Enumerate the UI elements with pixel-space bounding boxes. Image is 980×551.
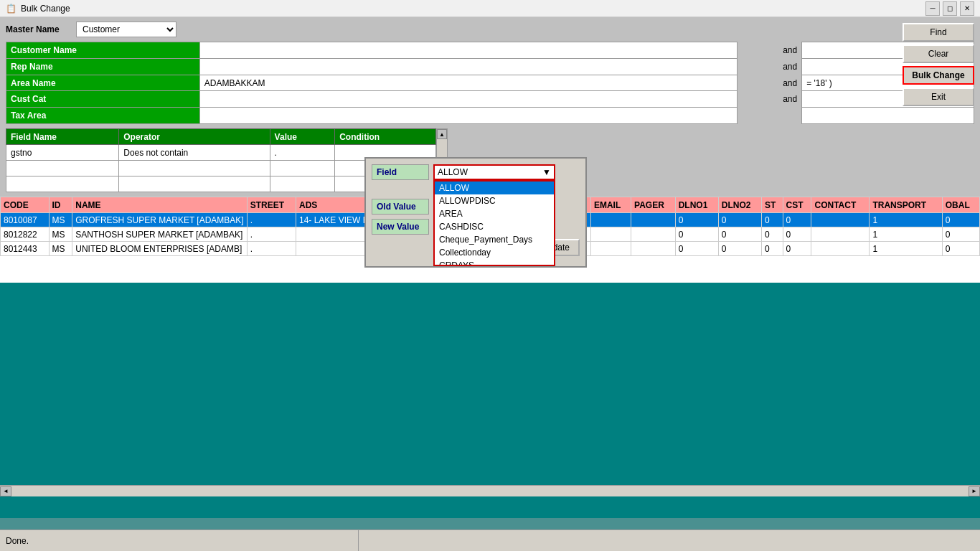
- tax-area-value[interactable]: [199, 108, 737, 124]
- col-code: CODE: [1, 197, 50, 213]
- cell-pager: [631, 242, 676, 256]
- condition-header-row: Field Name Operator Value Condition: [6, 129, 436, 145]
- cell-obal: 0: [942, 213, 979, 227]
- scroll-left-btn[interactable]: ◄: [0, 486, 11, 496]
- empty-field-cell-2: [6, 176, 119, 192]
- cell-name: SANTHOSH SUPER MARKET [ADAMBAK]: [72, 227, 248, 242]
- rep-name-input[interactable]: [204, 60, 732, 73]
- bulk-change-button[interactable]: Bulk Change: [903, 66, 974, 85]
- master-name-dropdown[interactable]: Customer: [76, 22, 176, 37]
- col-email: EMAIL: [590, 197, 631, 213]
- col-contact: CONTACT: [811, 197, 870, 213]
- app-icon: 📋: [6, 4, 17, 14]
- dropdown-option-collectionday[interactable]: Collectionday: [435, 246, 554, 259]
- popup-field-row: Field ALLOW ▼ ALLOW ALLOWPDISC AREA CASH…: [372, 164, 580, 180]
- title-bar-title: Bulk Change: [21, 4, 70, 14]
- cell-id: MS: [49, 242, 72, 256]
- dropdown-option-area[interactable]: AREA: [435, 207, 554, 220]
- cust-cat-input[interactable]: [204, 93, 732, 105]
- cell-dlno1: 0: [675, 242, 718, 256]
- cell-name: GROFRESH SUPER MARKET [ADAMBAK]: [72, 213, 248, 227]
- customer-and-cell: and: [738, 42, 802, 59]
- cell-code: 8012443: [1, 242, 50, 256]
- title-bar-controls: ─ ◻ ✕: [925, 1, 974, 16]
- status-right: [359, 530, 980, 551]
- customer-name-value[interactable]: [199, 42, 737, 59]
- find-button[interactable]: Find: [903, 23, 974, 42]
- customer-name-label: Customer Name: [6, 42, 200, 59]
- dropdown-option-allow[interactable]: ALLOW: [435, 182, 554, 194]
- cell-st: 0: [762, 213, 783, 227]
- horizontal-scrollbar[interactable]: ◄ ►: [0, 485, 980, 496]
- cell-email: [590, 227, 631, 242]
- taxarea-and-cell: [738, 108, 802, 124]
- cell-cst: 0: [783, 213, 811, 227]
- close-button[interactable]: ✕: [960, 1, 974, 16]
- filter-row-taxarea: Tax Area: [6, 108, 974, 124]
- cell-dlno2: 0: [718, 213, 761, 227]
- scroll-right-btn[interactable]: ►: [969, 486, 980, 496]
- custcat-and-cell: and: [738, 91, 802, 108]
- cell-name: UNITED BLOOM ENTERPRISES [ADAMB]: [72, 242, 248, 256]
- dropdown-option-cheque[interactable]: Cheque_Payment_Days: [435, 233, 554, 246]
- cust-cat-value[interactable]: [199, 91, 737, 108]
- scroll-up-btn[interactable]: ▲: [437, 129, 447, 139]
- scroll-track: [11, 486, 969, 496]
- cell-contact: [811, 227, 870, 242]
- col-transport: TRANSPORT: [870, 197, 942, 213]
- area-name-label: Area Name: [6, 75, 200, 91]
- operator-cell: Does not contain: [119, 145, 270, 161]
- cell-street: .: [247, 227, 296, 242]
- cell-street: .: [247, 213, 296, 227]
- tax-area-input[interactable]: [204, 109, 732, 122]
- cell-cst: 0: [783, 227, 811, 242]
- cell-st: 0: [762, 227, 783, 242]
- cell-dlno2: 0: [718, 227, 761, 242]
- filter-row-rep: Rep Name and: [6, 59, 974, 75]
- empty-value-cell: [270, 161, 335, 176]
- field-dropdown[interactable]: ALLOW ▼: [433, 164, 555, 180]
- cell-transport: 1: [870, 213, 942, 227]
- dropdown-option-cashdisc[interactable]: CASHDISC: [435, 220, 554, 233]
- dropdown-option-crdays[interactable]: CRDAYS: [435, 259, 554, 266]
- filter-row-area: Area Name ADAMBAKKAM and = '18' ): [6, 75, 974, 91]
- master-name-row: Master Name Customer: [6, 22, 974, 37]
- empty-field-cell: [6, 161, 119, 176]
- exit-button[interactable]: Exit: [903, 88, 974, 106]
- cell-transport: 1: [870, 227, 942, 242]
- cell-email: [590, 213, 631, 227]
- cust-cat-label: Cust Cat: [6, 91, 200, 108]
- rep-name-value[interactable]: [199, 59, 737, 75]
- restore-button[interactable]: ◻: [943, 1, 957, 16]
- content-area: Master Name Customer Customer Name and: [0, 17, 980, 518]
- cell-transport: 1: [870, 242, 942, 256]
- value-cell: .: [270, 145, 335, 161]
- field-dropdown-list[interactable]: ALLOW ALLOWPDISC AREA CASHDISC Cheque_Pa…: [433, 180, 555, 266]
- status-text: Done.: [0, 530, 359, 551]
- status-bar: Done.: [0, 529, 980, 551]
- cell-code: 8010087: [1, 213, 50, 227]
- cell-id: MS: [49, 227, 72, 242]
- field-name-header: Field Name: [6, 129, 119, 145]
- dropdown-option-allowpdisc[interactable]: ALLOWPDISC: [435, 194, 554, 207]
- clear-button[interactable]: Clear: [903, 44, 974, 63]
- cell-cst: 0: [783, 242, 811, 256]
- filter-table: Customer Name and Rep Name and A: [6, 42, 974, 124]
- customer-name-input[interactable]: [204, 44, 732, 57]
- cell-dlno2: 0: [718, 242, 761, 256]
- empty-operator-cell: [119, 161, 270, 176]
- empty-operator-cell-2: [119, 176, 270, 192]
- bulk-change-popup: Field ALLOW ▼ ALLOW ALLOWPDISC AREA CASH…: [364, 157, 587, 268]
- rep-name-label: Rep Name: [6, 59, 200, 75]
- rep-and-cell: and: [738, 59, 802, 75]
- cell-code: 8012822: [1, 227, 50, 242]
- cell-id: MS: [49, 213, 72, 227]
- operator-header: Operator: [119, 129, 270, 145]
- cell-pager: [631, 227, 676, 242]
- cell-contact: [811, 242, 870, 256]
- filter-row-custcat: Cust Cat and: [6, 91, 974, 108]
- minimize-button[interactable]: ─: [925, 1, 940, 16]
- taxarea-expr-cell: [802, 108, 974, 124]
- cell-st: 0: [762, 242, 783, 256]
- col-id: ID: [49, 197, 72, 213]
